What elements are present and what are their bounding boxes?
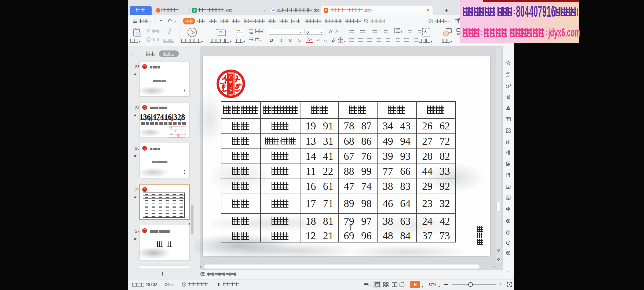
svg-text:?: ? [507, 241, 509, 244]
svg-text:A: A [424, 29, 427, 33]
